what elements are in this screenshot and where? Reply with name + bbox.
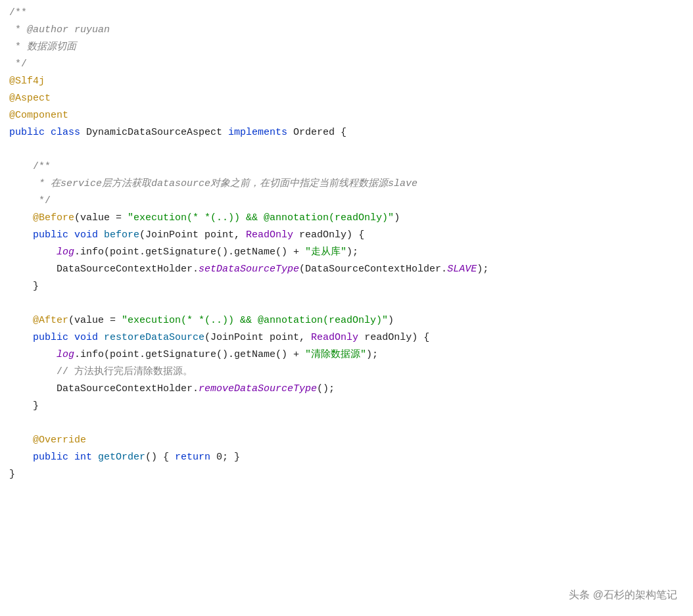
code-token: /** <box>9 161 51 172</box>
code-line: public void before(JoinPoint point, Read… <box>0 227 693 245</box>
code-token: log <box>57 349 74 360</box>
code-line: DataSourceContextHolder.removeDataSource… <box>0 381 693 398</box>
code-line-content: */ <box>9 193 51 209</box>
code-line: * 在service层方法获取datasource对象之前，在切面中指定当前线程… <box>0 176 693 193</box>
code-token: (JoinPoint point, <box>204 332 311 343</box>
code-line: public void restoreDataSource(JoinPoint … <box>0 330 693 347</box>
code-line: public int getOrder() { return 0; } <box>0 450 693 467</box>
code-line: @Override <box>0 433 693 450</box>
code-token: ); <box>366 349 378 360</box>
code-token: Ordered { <box>287 127 346 138</box>
code-token: restoreDataSource <box>104 332 204 343</box>
code-token: "execution(* *(..)) && @annotation(readO… <box>122 315 388 326</box>
code-token: DynamicDataSourceAspect <box>86 127 228 138</box>
code-token <box>9 247 57 258</box>
code-token: (value = <box>68 315 122 326</box>
code-line: @After(value = "execution(* *(..)) && @a… <box>0 313 693 330</box>
code-token: readOnly) { <box>358 332 429 343</box>
code-line: */ <box>0 193 693 210</box>
code-token: ) <box>388 315 394 326</box>
code-token: } <box>9 281 39 292</box>
code-line: @Component <box>0 108 693 125</box>
code-token: DataSourceContextHolder. <box>9 383 199 394</box>
code-lines: /** * @author ruyuan * 数据源切面 */@Slf4j@As… <box>0 5 693 484</box>
code-token: * <box>9 24 27 36</box>
code-line-content <box>9 415 15 431</box>
code-line: // 方法执行完后清除数据源。 <box>0 364 693 381</box>
code-token: getOrder <box>98 452 145 463</box>
code-line-content <box>9 296 15 312</box>
code-line-content: @Override <box>9 433 86 448</box>
code-token: 数据源切面 <box>27 41 76 53</box>
code-line-content: * 数据源切面 <box>9 39 76 55</box>
code-line-content: public int getOrder() { return 0; } <box>9 450 240 465</box>
code-token: @Override <box>9 435 86 446</box>
code-line: */ <box>0 57 693 74</box>
code-line-content: log.info(point.getSignature().getName() … <box>9 245 358 260</box>
code-token: removeDataSourceType <box>199 383 317 394</box>
code-line-content: log.info(point.getSignature().getName() … <box>9 347 378 363</box>
code-line-content: @Slf4j <box>9 74 45 89</box>
code-line: log.info(point.getSignature().getName() … <box>0 245 693 262</box>
code-token: before <box>104 229 139 241</box>
code-token: * <box>9 41 27 53</box>
code-line-content: @Component <box>9 108 68 124</box>
code-token: (); <box>317 383 335 394</box>
code-token: ReadOnly <box>311 332 358 343</box>
code-token <box>9 332 33 343</box>
watermark: 头条 @石杉的架构笔记 <box>569 586 677 604</box>
code-line-content: DataSourceContextHolder.removeDataSource… <box>9 381 335 397</box>
code-token: @Component <box>9 110 68 121</box>
code-line: @Aspect <box>0 91 693 108</box>
code-line: @Before(value = "execution(* *(..)) && @… <box>0 210 693 227</box>
code-token: .info(point.getSignature().getName() + <box>74 247 305 258</box>
code-line-content: * 在service层方法获取datasource对象之前，在切面中指定当前线程… <box>9 176 418 192</box>
code-token: log <box>57 247 74 258</box>
code-line: } <box>0 279 693 296</box>
code-line-content: } <box>9 279 39 295</box>
code-line: log.info(point.getSignature().getName() … <box>0 347 693 364</box>
code-line <box>0 142 693 159</box>
code-token: (value = <box>74 212 128 224</box>
code-line-content: * @author ruyuan <box>9 22 110 38</box>
code-token: "走从库" <box>305 247 346 258</box>
code-line: * @author ruyuan <box>0 22 693 39</box>
code-token: void <box>68 332 104 343</box>
code-token: class <box>45 127 86 138</box>
code-line: DataSourceContextHolder.setDataSourceTyp… <box>0 262 693 279</box>
code-line: public class DynamicDataSourceAspect imp… <box>0 125 693 142</box>
code-token: SLAVE <box>447 264 477 275</box>
code-line <box>0 296 693 313</box>
code-line: @Slf4j <box>0 74 693 91</box>
code-token: @Before <box>9 212 74 224</box>
code-line-content: /** <box>9 5 27 21</box>
code-token: } <box>9 469 15 480</box>
code-token <box>9 349 57 360</box>
code-token: ); <box>477 264 489 275</box>
code-token <box>9 452 33 463</box>
code-line-content: @Aspect <box>9 91 51 107</box>
code-token <box>9 229 33 241</box>
code-token: implements <box>228 127 287 138</box>
code-token: ruyuan <box>68 24 110 36</box>
code-token: // 方法执行完后清除数据源。 <box>9 366 193 377</box>
code-token: @After <box>9 315 68 326</box>
code-token: int <box>68 452 98 463</box>
code-token: */ <box>9 59 27 70</box>
code-container: /** * @author ruyuan * 数据源切面 */@Slf4j@As… <box>0 0 693 616</box>
code-line-content: DataSourceContextHolder.setDataSourceTyp… <box>9 262 489 277</box>
code-token: * 在service层方法获取datasource对象之前，在切面中指定当前线程… <box>9 178 418 189</box>
code-line-content: public void restoreDataSource(JoinPoint … <box>9 330 429 346</box>
code-token: (JoinPoint point, <box>139 229 246 241</box>
code-line: * 数据源切面 <box>0 39 693 57</box>
code-line-content <box>9 142 15 158</box>
code-token: /** <box>9 7 27 18</box>
code-token: (DataSourceContextHolder. <box>299 264 447 275</box>
code-token: public <box>33 229 68 241</box>
code-token: "清除数据源" <box>305 349 366 360</box>
code-token: */ <box>9 195 51 206</box>
code-token: () { <box>145 452 175 463</box>
code-line: } <box>0 398 693 415</box>
code-line-content: // 方法执行完后清除数据源。 <box>9 364 193 380</box>
code-token: @Aspect <box>9 93 51 104</box>
